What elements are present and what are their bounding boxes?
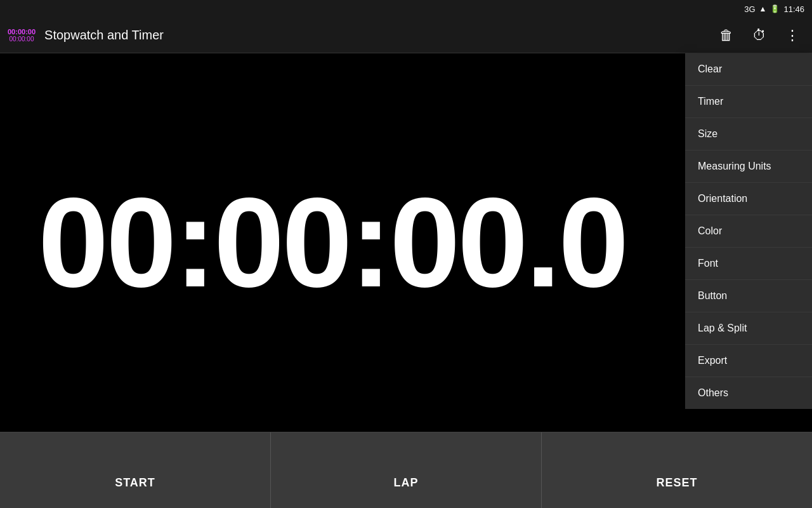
status-bar: 3G ▲ 🔋 11:46 xyxy=(0,0,812,18)
signal-icon: ▲ xyxy=(759,4,767,13)
timer-small-sub: 00:00:00 xyxy=(10,36,34,43)
battery-icon: 🔋 xyxy=(770,4,780,13)
start-button[interactable]: START xyxy=(0,432,271,508)
menu-item-size[interactable]: Size xyxy=(685,118,812,150)
menu-item-font[interactable]: Font xyxy=(685,248,812,280)
clock-time: 11:46 xyxy=(783,4,804,14)
timer-small-main: 00:00:00 xyxy=(8,28,36,36)
bottom-buttons: START LAP RESET xyxy=(0,432,812,508)
timer-icon[interactable]: ⏱ xyxy=(747,22,771,49)
menu-item-clear[interactable]: Clear xyxy=(685,53,812,86)
trash-icon[interactable]: 🗑 xyxy=(714,22,738,49)
more-options-icon[interactable]: ⋮ xyxy=(780,22,804,49)
menu-item-color[interactable]: Color xyxy=(685,215,812,248)
menu-item-timer[interactable]: Timer xyxy=(685,86,812,118)
menu-item-button[interactable]: Button xyxy=(685,280,812,312)
app-icon-area: 00:00:00 00:00:00 xyxy=(8,28,36,43)
menu-item-lap-split[interactable]: Lap & Split xyxy=(685,312,812,345)
menu-item-export[interactable]: Export xyxy=(685,345,812,377)
network-status: 3G xyxy=(744,4,755,14)
menu-item-orientation[interactable]: Orientation xyxy=(685,183,812,215)
dropdown-menu: ClearTimerSizeMeasuring UnitsOrientation… xyxy=(685,53,812,409)
stopwatch-display: 00:00:00.0 xyxy=(38,179,626,306)
app-title: Stopwatch and Timer xyxy=(44,28,705,43)
menu-item-measuring-units[interactable]: Measuring Units xyxy=(685,150,812,183)
menu-item-others[interactable]: Others xyxy=(685,377,812,409)
title-bar: 00:00:00 00:00:00 Stopwatch and Timer 🗑 … xyxy=(0,18,812,53)
lap-button[interactable]: LAP xyxy=(271,432,542,508)
reset-button[interactable]: RESET xyxy=(542,432,812,508)
